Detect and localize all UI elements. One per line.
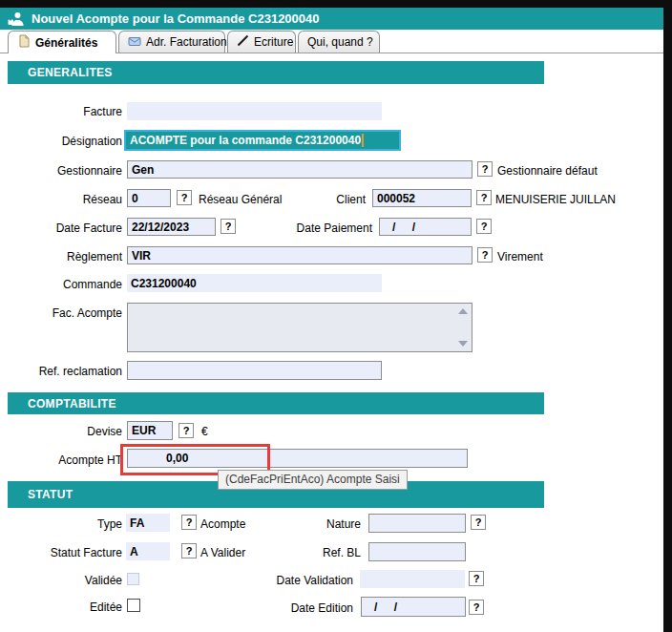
nature-label: Nature [265, 517, 361, 531]
right-black-strip [663, 0, 672, 632]
date-paiement-label: Date Paiement [277, 221, 372, 235]
commande-field: C231200040 [127, 274, 382, 292]
window-titlebar: Nouvel Acompte pour la Commande C2312000… [0, 8, 663, 30]
type-hint: Acompte [200, 517, 245, 531]
envelope-icon [128, 35, 141, 50]
scroll-up-icon[interactable] [458, 308, 468, 314]
facture-field [127, 102, 382, 120]
ref-bl-label: Ref. BL [265, 546, 361, 559]
tab-label: Qui, quand ? [307, 35, 373, 49]
date-facture-help-button[interactable]: ? [220, 219, 236, 234]
reseau-input[interactable]: 0 [127, 189, 171, 207]
client-label: Client [270, 193, 366, 206]
type-label: Type [0, 517, 122, 531]
tab-label: Adr. Facturation [146, 35, 227, 49]
client-hint: MENUISERIE JUILLAN [495, 193, 616, 206]
tab-qui-quand[interactable]: Qui, quand ? [298, 31, 380, 53]
validee-label: Validée [0, 574, 122, 587]
facture-label: Facture [0, 105, 122, 118]
app-window: Nouvel Acompte pour la Commande C2312000… [0, 0, 672, 632]
client-help-button[interactable]: ? [476, 190, 492, 205]
statut-facture-label: Statut Facture [0, 546, 122, 559]
date-edition-label: Date Edition [258, 601, 353, 615]
scroll-down-icon[interactable] [458, 341, 468, 347]
text-caret [362, 134, 364, 147]
acompte-tooltip: (CdeFacPriEntAco) Acompte Saisi [218, 470, 408, 490]
note-icon [17, 34, 31, 51]
validee-checkbox [127, 573, 139, 585]
editee-checkbox[interactable] [127, 599, 140, 612]
statut-facture-help-button[interactable]: ? [181, 543, 197, 558]
designation-selected-text: ACOMPTE pour la commande C231200040 [130, 134, 361, 147]
date-facture-input[interactable]: 22/12/2023 [127, 218, 216, 236]
devise-hint: € [201, 425, 208, 438]
section-header-comptabilite: COMPTABILITE [8, 392, 544, 414]
tab-label: Ecriture [254, 35, 293, 49]
top-black-strip [0, 0, 672, 8]
designation-label: Désignation [0, 135, 122, 148]
section-title: STATUT [28, 488, 73, 501]
user-edit-icon [7, 11, 24, 26]
section-header-generalites: GENERALITES [8, 61, 544, 84]
ref-reclamation-label: Ref. reclamation [0, 365, 122, 378]
gestionnaire-hint: Gestionnaire défaut [497, 164, 598, 178]
ref-reclamation-input[interactable] [127, 361, 382, 380]
date-edition-help-button[interactable]: ? [469, 600, 484, 615]
designation-input[interactable]: ACOMPTE pour la commande C231200040 [124, 130, 401, 151]
reseau-label: Réseau [0, 193, 122, 206]
fac-acompte-textarea[interactable] [127, 303, 472, 352]
window-title: Nouvel Acompte pour la Commande C2312000… [32, 11, 320, 26]
statut-facture-field: A [126, 542, 170, 560]
gestionnaire-help-button[interactable]: ? [477, 161, 493, 177]
type-help-button[interactable]: ? [181, 515, 197, 530]
reglement-input[interactable]: VIR [127, 246, 472, 264]
date-validation-help-button[interactable]: ? [469, 571, 484, 586]
reglement-label: Règlement [0, 250, 122, 263]
devise-input[interactable]: EUR [127, 421, 173, 440]
type-field: FA [126, 514, 170, 532]
tab-generalites[interactable]: Généralités [8, 31, 116, 53]
date-paiement-help-button[interactable]: ? [476, 219, 492, 234]
client-input[interactable]: 000052 [372, 189, 472, 207]
section-title: COMPTABILITE [28, 397, 116, 411]
tab-adr-facturation[interactable]: Adr. Facturation [118, 31, 225, 53]
reglement-help-button[interactable]: ? [477, 247, 493, 263]
commande-label: Commande [0, 278, 122, 291]
ref-bl-input[interactable] [368, 542, 466, 561]
date-validation-label: Date Validation [258, 574, 353, 587]
tab-label: Généralités [35, 36, 97, 50]
section-title: GENERALITES [28, 66, 113, 79]
fac-acompte-label: Fac. Acompte [0, 306, 122, 320]
nature-help-button[interactable]: ? [471, 515, 486, 530]
date-paiement-input[interactable]: / / [379, 218, 472, 236]
reglement-hint: Virement [497, 250, 543, 263]
tab-ecriture[interactable]: Ecriture [227, 31, 296, 53]
date-edition-input[interactable]: / / [361, 597, 466, 617]
gestionnaire-label: Gestionnaire [0, 164, 122, 178]
acompte-ht-label: Acompte HT [0, 453, 122, 467]
editee-label: Editée [0, 600, 122, 614]
devise-help-button[interactable]: ? [178, 423, 194, 438]
reseau-help-button[interactable]: ? [177, 190, 192, 205]
statut-facture-hint: A Valider [200, 546, 245, 559]
pencil-icon [237, 34, 249, 50]
gestionnaire-input[interactable]: Gen [127, 160, 472, 179]
devise-label: Devise [0, 425, 122, 438]
nature-input[interactable] [368, 514, 466, 533]
date-facture-label: Date Facture [0, 221, 122, 235]
date-validation-field [360, 570, 465, 588]
